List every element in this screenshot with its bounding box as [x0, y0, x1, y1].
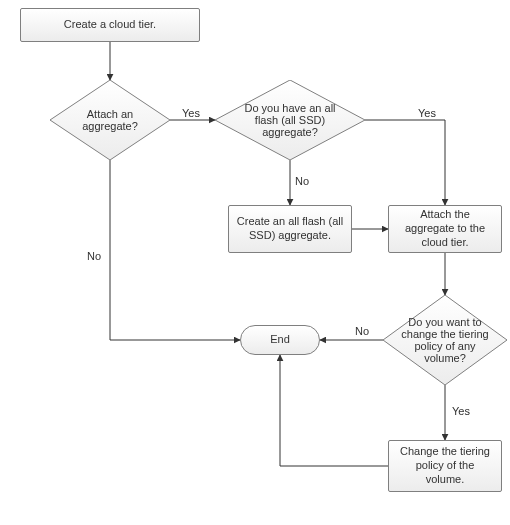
step-create-cloud-tier: Create a cloud tier. [20, 8, 200, 42]
step-change-tiering-policy: Change the tiering policy of the volume. [388, 440, 502, 492]
edge-label-no: No [355, 325, 369, 337]
step-attach-aggregate: Attach the aggregate to the cloud tier. [388, 205, 502, 253]
step-create-all-flash: Create an all flash (all SSD) aggregate. [228, 205, 352, 253]
decision-label: Do you have an all flash (all SSD) aggre… [233, 102, 347, 138]
decision-label: Attach an aggregate? [68, 108, 152, 132]
step-label: Create an all flash (all SSD) aggregate. [235, 215, 345, 243]
edge-label-no: No [87, 250, 101, 262]
step-label: Attach the aggregate to the cloud tier. [395, 208, 495, 249]
terminator-label: End [270, 333, 290, 347]
terminator-end: End [240, 325, 320, 355]
edge-label-yes: Yes [452, 405, 470, 417]
edge-label-yes: Yes [418, 107, 436, 119]
decision-label: Do you want to change the tiering policy… [397, 316, 493, 364]
decision-have-all-flash: Do you have an all flash (all SSD) aggre… [215, 80, 365, 160]
decision-change-tiering: Do you want to change the tiering policy… [383, 295, 507, 385]
step-label: Create a cloud tier. [64, 18, 156, 32]
decision-attach-aggregate: Attach an aggregate? [50, 80, 170, 160]
edge-label-no: No [295, 175, 309, 187]
edge-label-yes: Yes [182, 107, 200, 119]
step-label: Change the tiering policy of the volume. [395, 445, 495, 486]
